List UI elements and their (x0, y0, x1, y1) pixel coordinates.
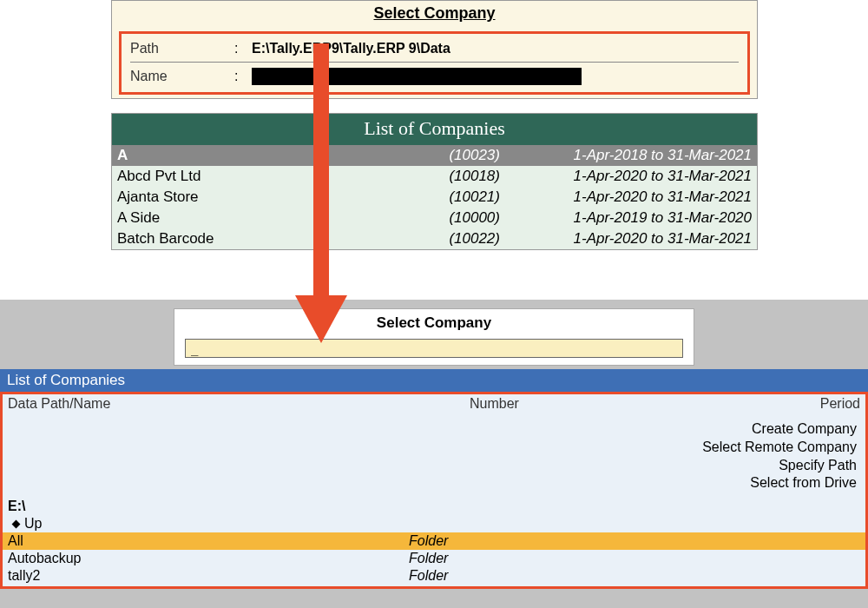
panel-title: Select Company (174, 313, 694, 339)
separator: : (234, 69, 252, 84)
option-select-remote-company[interactable]: Select Remote Company (3, 439, 857, 457)
company-number: (10018) (431, 168, 509, 185)
drive-row[interactable]: E:\ (3, 498, 865, 515)
company-period: 1-Apr-2018 to 31-Mar-2021 (509, 147, 752, 164)
path-name-highlight-box: Path : E:\Tally.ERP9\Tally.ERP 9\Data Na… (119, 31, 750, 95)
folder-type: Folder (409, 568, 860, 584)
folder-name: tally2 (8, 568, 409, 584)
select-company-panel-top: Select Company Path : E:\Tally.ERP9\Tall… (111, 0, 758, 99)
folder-name: All (8, 533, 409, 549)
up-label: Up (24, 516, 42, 531)
company-period: 1-Apr-2020 to 31-Mar-2021 (509, 168, 752, 185)
list-box-highlight: Data Path/Name Number Period Create Comp… (0, 392, 868, 589)
company-name: A Side (117, 209, 431, 227)
company-list-title: List of Companies (112, 114, 757, 145)
company-row-selected[interactable]: A (10023) 1-Apr-2018 to 31-Mar-2021 (112, 145, 757, 166)
folder-type: Folder (409, 551, 860, 566)
company-period: 1-Apr-2019 to 31-Mar-2020 (509, 209, 752, 227)
select-company-panel-bottom: Select Company _ (174, 308, 694, 366)
company-number: (10022) (431, 230, 509, 248)
company-period: 1-Apr-2020 to 31-Mar-2021 (509, 188, 752, 206)
name-label: Name (130, 69, 234, 84)
input-value: _ (191, 341, 198, 355)
option-create-company[interactable]: Create Company (3, 420, 857, 439)
action-options: Create Company Select Remote Company Spe… (3, 413, 865, 498)
folder-row[interactable]: Autobackup Folder (3, 550, 865, 567)
option-specify-path[interactable]: Specify Path (3, 457, 857, 475)
company-list-panel: List of Companies A (10023) 1-Apr-2018 t… (111, 113, 758, 250)
company-number: (10021) (431, 188, 509, 206)
separator: : (234, 41, 252, 56)
up-row[interactable]: Up (3, 515, 865, 532)
company-row[interactable]: Abcd Pvt Ltd (10018) 1-Apr-2020 to 31-Ma… (112, 166, 757, 187)
folder-row[interactable]: tally2 Folder (3, 567, 865, 585)
folder-type: Folder (409, 533, 860, 549)
company-name: Ajanta Store (117, 188, 431, 206)
folder-row[interactable]: All Folder (3, 532, 865, 550)
path-label: Path (130, 41, 234, 56)
company-number: (10023) (431, 147, 509, 164)
search-input[interactable]: _ (185, 339, 683, 358)
company-name: Abcd Pvt Ltd (117, 168, 431, 185)
divider (130, 62, 739, 63)
option-select-from-drive[interactable]: Select from Drive (3, 474, 857, 492)
path-row: Path : E:\Tally.ERP9\Tally.ERP 9\Data (130, 39, 739, 58)
header-period: Period (643, 396, 860, 412)
company-list-body: Abcd Pvt Ltd (10018) 1-Apr-2020 to 31-Ma… (112, 166, 757, 249)
diamond-icon (12, 520, 21, 529)
name-input[interactable] (252, 68, 582, 85)
company-row[interactable]: Ajanta Store (10021) 1-Apr-2020 to 31-Ma… (112, 187, 757, 208)
company-number: (10000) (431, 209, 509, 227)
list-title: List of Companies (0, 369, 868, 392)
company-row[interactable]: A Side (10000) 1-Apr-2019 to 31-Mar-2020 (112, 208, 757, 228)
name-row: Name : (130, 66, 739, 87)
bottom-company-list: List of Companies Data Path/Name Number … (0, 369, 868, 589)
company-period: 1-Apr-2020 to 31-Mar-2021 (509, 230, 752, 248)
company-row[interactable]: Batch Barcode (10022) 1-Apr-2020 to 31-M… (112, 228, 757, 249)
header-name: Data Path/Name (8, 396, 470, 412)
folder-name: Autobackup (8, 551, 409, 566)
list-headers: Data Path/Name Number Period (3, 394, 865, 413)
path-value: E:\Tally.ERP9\Tally.ERP 9\Data (252, 41, 739, 56)
company-name: Batch Barcode (117, 230, 431, 248)
panel-title: Select Company (112, 1, 757, 31)
company-name: A (117, 147, 431, 164)
header-number: Number (470, 396, 643, 412)
